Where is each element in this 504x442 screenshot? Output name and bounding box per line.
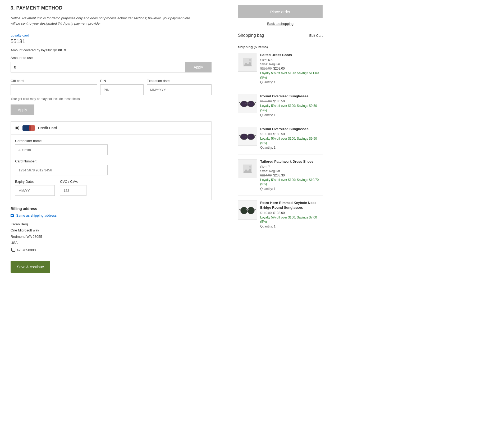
loyalty-label: Loyalty card [11,33,227,37]
price-sale: $180.50 [273,132,285,136]
item-quantity: Quantity: 1 [260,80,323,84]
item-quantity: Quantity: 1 [260,225,323,228]
loyalty-section: Loyalty card 55131 Amount covered by loy… [11,33,227,72]
price-original: $140.00 [260,211,272,215]
item-info: Round Oversized Sunglasses $190.00 $180.… [260,94,323,117]
credit-card-section: Credit Card Cardholder name: Card Number… [11,121,212,200]
cvv-field: CVC / CVV: [60,180,86,196]
item-quantity: Quantity: 1 [260,187,323,191]
price-row: $190.00 $180.50 [260,132,323,136]
cardholder-label: Cardholder name: [15,139,207,143]
loyalty-apply-button[interactable]: Apply [185,62,212,72]
item-size: Size: 7 [260,165,323,169]
item-name: Belted Dress Boots [260,53,323,57]
credit-card-label: Credit Card [38,126,57,130]
loyalty-number: 55131 [11,38,227,44]
item-quantity: Quantity: 1 [260,146,323,149]
card-number-field: Card Number: [15,159,207,175]
item-image [238,201,257,220]
cvv-label: CVC / CVV: [60,180,86,184]
section-title: 3. PAYMENT METHOD [11,5,227,11]
credit-card-icon [22,125,35,131]
amount-to-use-label: Amount to use [11,56,227,60]
price-original: $214.00 [260,174,272,177]
cc-expiry-input[interactable] [15,185,55,196]
cart-items-container: Belted Dress Boots Size: 6.5Style: Regul… [238,53,323,233]
cc-expiry-field: Expiry Date: [15,180,55,196]
expiry-date-input[interactable] [147,84,212,95]
billing-address: Karen Berg One Microsoft way Redmond WA … [11,221,227,254]
back-to-shopping-link[interactable]: Back to shopping [238,22,323,26]
svg-point-27 [247,210,248,211]
item-image [238,94,257,113]
svg-point-21 [249,166,251,168]
item-name: Retro Horn Rimmed Keyhole Nose Bridge Ro… [260,201,323,210]
item-image [238,53,257,72]
cart-item: Round Oversized Sunglasses $190.00 $180.… [238,127,323,155]
cart-item: Tailored Patchwork Dress Shoes Size: 7St… [238,159,323,196]
item-name: Tailored Patchwork Dress Shoes [260,159,323,164]
shopping-bag-header: Shopping bag Edit Cart [238,33,323,40]
item-info: Retro Horn Rimmed Keyhole Nose Bridge Ro… [260,201,323,228]
amount-input[interactable] [11,62,185,72]
svg-point-12 [240,134,248,140]
credit-card-form: Cardholder name: Card Number: Expiry Dat… [11,135,211,200]
pin-input[interactable] [100,84,144,95]
edit-cart-link[interactable]: Edit Cart [309,34,323,38]
same-as-shipping-label: Same as shipping address [16,213,57,217]
place-order-button[interactable]: Place order [238,5,323,18]
shopping-bag-title: Shopping bag [238,33,264,38]
cart-item: Round Oversized Sunglasses $190.00 $180.… [238,94,323,122]
price-original: $190.00 [260,132,272,136]
same-as-shipping-checkbox[interactable] [11,214,14,217]
item-size: Size: 6.5 [260,58,323,62]
same-as-shipping-row: Same as shipping address [11,213,227,217]
billing-country: USA [11,240,227,246]
amount-covered: Amount covered by loyalty: $0.00 [11,48,227,52]
amount-chevron-icon[interactable] [64,49,66,51]
billing-name: Karen Berg [11,221,227,227]
billing-address-line2: Redmond WA 98055 [11,234,227,240]
item-info: Tailored Patchwork Dress Shoes Size: 7St… [260,159,323,191]
price-row: $140.00 $133.00 [260,211,323,215]
save-continue-button[interactable]: Save & continue [11,261,50,273]
phone-icon: 📞 [11,247,15,254]
cc-stripe2-icon [29,125,35,131]
price-sale: $133.00 [273,211,285,215]
svg-point-6 [247,101,255,107]
svg-point-3 [249,59,251,61]
amount-row: Apply [11,62,212,72]
billing-address-line1: One Microsoft way [11,227,227,233]
item-quantity: Quantity: 1 [260,113,323,117]
price-row: $220.00 $209.00 [260,67,323,70]
svg-point-17 [249,136,250,136]
item-name: Round Oversized Sunglasses [260,94,323,99]
loyalty-savings: Loyalty 5% off over $100: Savings $9.50 … [260,136,323,145]
expiry-cvv-row: Expiry Date: CVC / CVV: [15,180,207,196]
svg-point-10 [249,103,250,104]
gift-card-label: Gift card [11,79,97,83]
item-image [238,127,257,146]
card-number-input[interactable] [15,165,108,175]
billing-section: Billing address Same as shipping address… [11,207,227,254]
item-name: Round Oversized Sunglasses [260,127,323,131]
gift-card-apply-button[interactable]: Apply [11,104,34,115]
credit-card-radio[interactable] [15,126,19,130]
cardholder-input[interactable] [15,144,108,155]
loyalty-savings: Loyalty 5% off over $100: Savings $7.00 … [260,215,323,224]
gift-card-row: Gift card PIN Expiration date [11,79,212,95]
cart-item: Retro Horn Rimmed Keyhole Nose Bridge Ro… [238,201,323,233]
cvv-input[interactable] [60,185,86,196]
gift-card-hint: Your gift card may or may not include th… [11,97,227,101]
svg-point-24 [248,207,254,214]
gift-card-section: Gift card PIN Expiration date Your gift … [11,79,227,115]
item-style: Style: Regular [260,62,323,66]
gift-card-field: Gift card [11,79,97,95]
cc-expiry-label: Expiry Date: [15,180,55,184]
expiry-date-label: Expiration date [147,79,212,83]
svg-point-13 [247,134,255,140]
svg-point-5 [240,101,248,107]
gift-card-input[interactable] [11,84,97,95]
loyalty-savings: Loyalty 5% off over $100: Savings $9.50 … [260,104,323,113]
item-info: Belted Dress Boots Size: 6.5Style: Regul… [260,53,323,84]
